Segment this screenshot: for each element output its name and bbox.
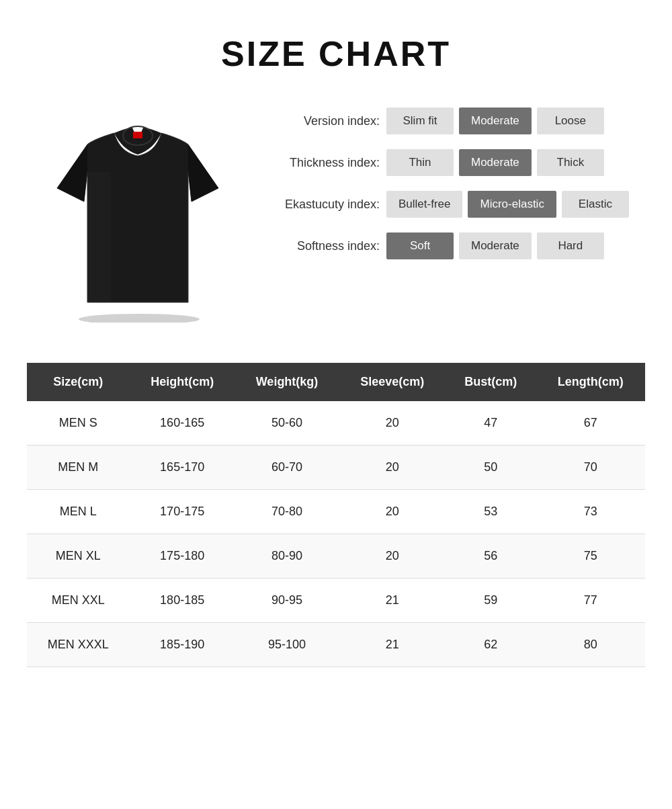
option-badge-3-0: Soft [386, 232, 454, 259]
table-cell-4-1: 180-185 [130, 579, 235, 623]
svg-point-0 [79, 314, 200, 323]
option-badge-1-0: Thin [386, 149, 454, 176]
table-cell-4-2: 90-95 [235, 579, 339, 623]
page-title: SIZE CHART [27, 34, 645, 74]
table-cell-4-3: 21 [339, 579, 446, 623]
index-options-3: SoftModerateHard [386, 232, 604, 259]
index-label-3: Softness index: [262, 239, 380, 253]
table-cell-5-1: 185-190 [130, 623, 235, 667]
option-badge-1-1: Moderate [459, 149, 532, 176]
table-cell-2-0: MEN L [27, 490, 130, 534]
index-options-2: Bullet-freeMicro-elasticElastic [386, 191, 629, 218]
table-cell-3-2: 80-90 [235, 534, 339, 579]
option-badge-0-2: Loose [537, 108, 604, 134]
table-cell-0-4: 47 [446, 401, 536, 445]
table-cell-4-5: 77 [536, 579, 645, 623]
table-cell-0-1: 160-165 [130, 401, 235, 445]
size-table: Size(cm)Height(cm)Weight(kg)Sleeve(cm)Bu… [27, 363, 645, 667]
index-label-2: Ekastucuty index: [262, 198, 380, 212]
table-cell-3-5: 75 [536, 534, 645, 579]
index-row-2: Ekastucuty index:Bullet-freeMicro-elasti… [262, 191, 645, 218]
table-cell-2-2: 70-80 [235, 490, 339, 534]
table-cell-1-4: 50 [446, 445, 536, 490]
table-row: MEN XXL180-18590-95215977 [27, 579, 645, 623]
table-cell-1-5: 70 [536, 445, 645, 490]
table-cell-0-5: 67 [536, 401, 645, 445]
option-badge-2-0: Bullet-free [386, 191, 462, 218]
index-row-1: Thickness index:ThinModerateThick [262, 149, 645, 176]
table-cell-3-1: 175-180 [130, 534, 235, 579]
size-table-container: Size(cm)Height(cm)Weight(kg)Sleeve(cm)Bu… [27, 363, 645, 667]
table-cell-0-2: 50-60 [235, 401, 339, 445]
table-row: MEN XL175-18080-90205675 [27, 534, 645, 579]
table-cell-2-1: 170-175 [130, 490, 235, 534]
index-label-1: Thickness index: [262, 156, 380, 170]
table-row: MEN M165-17060-70205070 [27, 445, 645, 490]
table-cell-5-5: 80 [536, 623, 645, 667]
table-cell-2-4: 53 [446, 490, 536, 534]
table-cell-3-4: 56 [446, 534, 536, 579]
table-cell-0-0: MEN S [27, 401, 130, 445]
table-cell-2-3: 20 [339, 490, 446, 534]
table-header-2: Weight(kg) [235, 363, 339, 401]
table-cell-5-2: 95-100 [235, 623, 339, 667]
table-row: MEN XXXL185-19095-100216280 [27, 623, 645, 667]
option-badge-0-0: Slim fit [386, 108, 454, 134]
table-cell-3-3: 20 [339, 534, 446, 579]
table-row: MEN L170-17570-80205373 [27, 490, 645, 534]
option-badge-0-1: Moderate [459, 108, 532, 134]
table-header-4: Bust(cm) [446, 363, 536, 401]
index-label-0: Version index: [262, 114, 380, 128]
option-badge-3-2: Hard [537, 232, 604, 259]
indices-section: Version index:Slim fitModerateLooseThick… [249, 101, 645, 259]
table-header-0: Size(cm) [27, 363, 130, 401]
table-cell-2-5: 73 [536, 490, 645, 534]
table-cell-1-1: 165-170 [130, 445, 235, 490]
table-row: MEN S160-16550-60204767 [27, 401, 645, 445]
table-header-1: Height(cm) [130, 363, 235, 401]
option-badge-2-2: Elastic [562, 191, 629, 218]
table-header-3: Sleeve(cm) [339, 363, 446, 401]
index-row-0: Version index:Slim fitModerateLoose [262, 108, 645, 134]
option-badge-3-1: Moderate [459, 232, 532, 259]
table-cell-5-3: 21 [339, 623, 446, 667]
index-options-1: ThinModerateThick [386, 149, 604, 176]
tshirt-image [27, 101, 249, 329]
table-cell-1-0: MEN M [27, 445, 130, 490]
table-cell-4-4: 59 [446, 579, 536, 623]
table-cell-5-4: 62 [446, 623, 536, 667]
table-header-5: Length(cm) [536, 363, 645, 401]
table-cell-0-3: 20 [339, 401, 446, 445]
table-cell-1-3: 20 [339, 445, 446, 490]
table-cell-4-0: MEN XXL [27, 579, 130, 623]
svg-rect-2 [133, 132, 142, 138]
index-row-3: Softness index:SoftModerateHard [262, 232, 645, 259]
table-cell-5-0: MEN XXXL [27, 623, 130, 667]
top-section: Version index:Slim fitModerateLooseThick… [27, 101, 645, 329]
table-cell-3-0: MEN XL [27, 534, 130, 579]
table-cell-1-2: 60-70 [235, 445, 339, 490]
option-badge-1-2: Thick [537, 149, 604, 176]
option-badge-2-1: Micro-elastic [468, 191, 556, 218]
index-options-0: Slim fitModerateLoose [386, 108, 604, 134]
